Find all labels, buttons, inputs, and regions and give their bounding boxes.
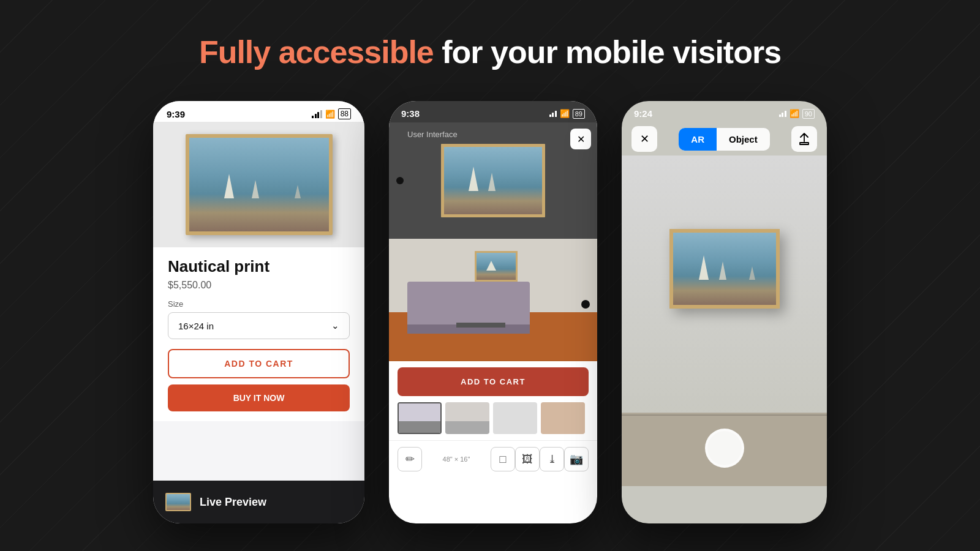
- battery-icon-3: 90: [802, 109, 815, 119]
- phone3-time: 9:24: [634, 108, 652, 119]
- battery-icon: 88: [338, 108, 351, 119]
- close-button[interactable]: ✕: [570, 129, 591, 149]
- size-display: 48" × 16": [422, 455, 491, 463]
- painting-art: [189, 138, 329, 231]
- ar-capture-button[interactable]: [705, 429, 744, 468]
- phone-2: 9:38 📶 89 User Interface: [389, 101, 597, 523]
- share-button[interactable]: [791, 126, 817, 152]
- wifi-icon-2: 📶: [560, 109, 570, 118]
- phone1-status-bar: 9:39 📶 88: [153, 101, 364, 122]
- add-to-cart-button[interactable]: ADD TO CART: [168, 349, 350, 378]
- product-frame: [186, 134, 333, 235]
- phone1-time: 9:39: [167, 109, 185, 119]
- page-wrapper: Fully accessible for your mobile visitor…: [0, 0, 980, 551]
- user-interface-label: User Interface: [407, 130, 458, 139]
- thumbnail-4[interactable]: [541, 402, 585, 434]
- tab-ar[interactable]: AR: [679, 128, 717, 151]
- sail-2: [252, 180, 259, 198]
- thumbnail-2[interactable]: [445, 402, 489, 434]
- phone3-ar-tabs: AR Object: [679, 128, 769, 151]
- product-info: Nautical print $5,550.00 Size 16×24 in ⌄…: [153, 247, 364, 421]
- phone2-add-cart-button[interactable]: ADD TO CART: [398, 367, 589, 396]
- phone3-status-icons: 📶 90: [779, 109, 815, 119]
- product-image-area: [153, 122, 364, 247]
- thumbnail-1[interactable]: [398, 402, 442, 434]
- scroll-indicator: [396, 177, 404, 184]
- sofa: [407, 282, 530, 324]
- ar-sail-1: [699, 255, 709, 280]
- phone3-ar-toolbar: ✕ AR Object: [622, 122, 827, 156]
- sail-1: [224, 174, 234, 198]
- painting-art-wall: [477, 253, 516, 280]
- room-dot-indicator: [581, 300, 590, 309]
- ar-painting: [669, 229, 780, 309]
- phone2-room-scene: [389, 239, 597, 361]
- chevron-down-icon: ⌄: [331, 320, 339, 331]
- image-icon-button[interactable]: 🖼: [515, 447, 540, 471]
- size-value: 16×24 in: [178, 321, 214, 331]
- live-preview-label: Live Preview: [200, 496, 266, 509]
- share-icon: [799, 133, 810, 145]
- ar-sail-3: [749, 266, 755, 280]
- phone2-painting: [441, 144, 545, 217]
- mini-sail: [486, 261, 496, 271]
- ar-icon-button[interactable]: □: [491, 447, 515, 471]
- ar-sail-2: [719, 261, 726, 280]
- phone2-top-image: User Interface ✕: [389, 122, 597, 239]
- sail-b: [488, 173, 496, 191]
- painting-art-2: [444, 147, 542, 214]
- phone3-status-bar: 9:24 📶 90: [622, 101, 827, 122]
- download-icon-button[interactable]: ⤓: [540, 447, 564, 471]
- signal-icon: [312, 110, 322, 118]
- room-painting: [475, 251, 518, 282]
- phone2-time: 9:38: [401, 108, 420, 119]
- headline: Fully accessible for your mobile visitor…: [199, 34, 781, 70]
- phone2-status-icons: 📶 89: [549, 109, 585, 119]
- signal-icon-3: [779, 111, 786, 117]
- sail-a: [469, 167, 478, 191]
- phone1-status-icons: 📶 88: [312, 108, 351, 119]
- buy-it-now-button[interactable]: BUY IT NOW: [168, 384, 350, 411]
- live-preview-painting: [167, 494, 190, 510]
- edit-icon-button[interactable]: ✏: [398, 447, 422, 471]
- phone-1: 9:39 📶 88: [153, 101, 364, 523]
- phones-container: 9:39 📶 88: [153, 101, 827, 523]
- tab-object[interactable]: Object: [717, 128, 770, 151]
- live-preview-thumb: [165, 493, 191, 511]
- signal-icon-2: [549, 111, 557, 117]
- wifi-icon-3: 📶: [790, 109, 799, 118]
- phone3-close-button[interactable]: ✕: [631, 126, 657, 152]
- product-title: Nautical print: [168, 257, 350, 276]
- size-select[interactable]: 16×24 in ⌄: [168, 312, 350, 339]
- size-label: Size: [168, 299, 350, 309]
- painting-art-ar: [673, 233, 776, 305]
- thumbnail-3[interactable]: [493, 402, 537, 434]
- live-preview-bar[interactable]: Live Preview: [153, 481, 364, 523]
- phone2-thumbnails: [389, 402, 597, 434]
- headline-accent: Fully accessible: [199, 34, 434, 70]
- phone-3: 9:24 📶 90 ✕ AR Object: [622, 101, 827, 523]
- phone2-status-bar: 9:38 📶 89: [389, 101, 597, 122]
- wifi-icon: 📶: [325, 110, 335, 119]
- product-price: $5,550.00: [168, 280, 350, 291]
- coffee-table: [456, 323, 505, 328]
- headline-rest: for your mobile visitors: [434, 34, 781, 70]
- phone2-bottom-bar: ✏ 48" × 16" □ 🖼 ⤓ 📷: [389, 440, 597, 478]
- ar-scene: [622, 156, 827, 486]
- ar-floor-line: [622, 414, 827, 416]
- sail-3: [295, 185, 301, 198]
- battery-icon-2: 89: [573, 109, 585, 119]
- camera-icon-button[interactable]: 📷: [564, 447, 589, 471]
